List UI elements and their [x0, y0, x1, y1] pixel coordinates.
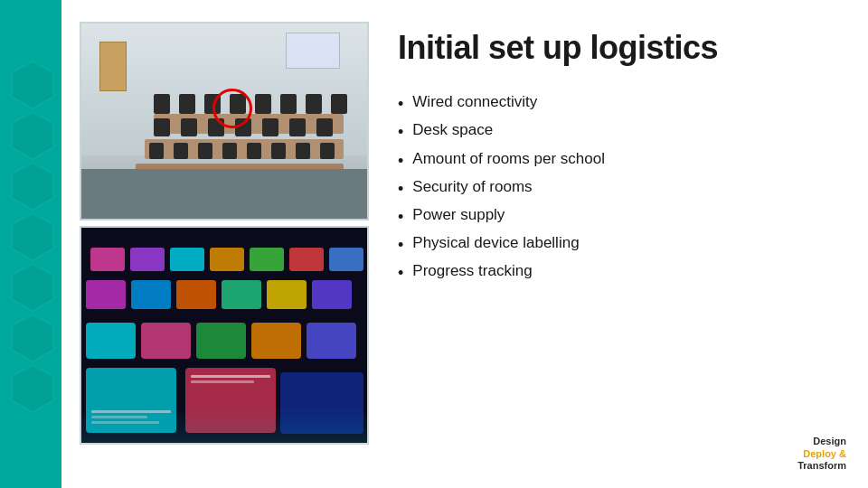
classroom-photo: [80, 22, 369, 221]
bullet-dot: •: [398, 177, 403, 201]
logo-line2: Deploy &: [797, 448, 846, 460]
bullet-dot: •: [398, 92, 403, 116]
main-content: Initial set up logistics •Wired connecti…: [61, 0, 868, 488]
bullet-item: •Progress tracking: [398, 260, 839, 285]
bullet-item: •Wired connectivity: [398, 91, 839, 116]
bullet-text-5: Physical device labelling: [412, 232, 579, 255]
bullet-dot: •: [398, 120, 403, 144]
bullet-item: •Amount of rooms per school: [398, 148, 839, 173]
bullet-item: •Physical device labelling: [398, 232, 839, 257]
svg-marker-4: [12, 264, 53, 311]
svg-marker-6: [12, 365, 53, 412]
svg-marker-2: [12, 163, 53, 210]
bullet-dot: •: [398, 205, 403, 229]
svg-marker-3: [12, 213, 53, 260]
bullet-item: •Desk space: [398, 119, 839, 144]
screens-photo: [80, 226, 369, 445]
bullet-text-2: Amount of rooms per school: [412, 148, 605, 171]
bullet-dot: •: [398, 233, 403, 257]
bullet-text-3: Security of rooms: [412, 176, 532, 199]
logo-line1: Design: [797, 436, 846, 447]
right-content: Initial set up logistics •Wired connecti…: [398, 22, 839, 466]
bullet-item: •Power supply: [398, 204, 839, 229]
slide-title: Initial set up logistics: [398, 29, 839, 66]
logo-area: Design Deploy & Transform: [797, 436, 846, 472]
bullet-list: •Wired connectivity•Desk space•Amount of…: [398, 91, 839, 285]
photo-column: [80, 22, 369, 466]
bullet-dot: •: [398, 149, 403, 173]
svg-marker-0: [12, 61, 53, 108]
bullet-text-1: Desk space: [412, 119, 493, 142]
bullet-item: •Security of rooms: [398, 176, 839, 201]
hex-decoration: [4, 54, 61, 434]
bullet-text-0: Wired connectivity: [412, 91, 537, 114]
svg-marker-1: [12, 112, 53, 159]
bullet-dot: •: [398, 261, 403, 285]
annotation-circle: [212, 89, 252, 128]
left-sidebar: [0, 0, 61, 488]
bullet-text-6: Progress tracking: [412, 260, 532, 283]
svg-marker-5: [12, 314, 53, 361]
logo-line3: Transform: [797, 460, 846, 472]
bullet-text-4: Power supply: [412, 204, 505, 227]
